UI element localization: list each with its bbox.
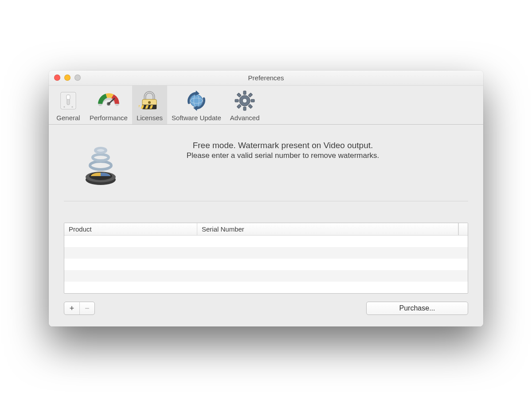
table-row[interactable] (64, 236, 468, 247)
column-product[interactable]: Product (64, 223, 197, 235)
switch-icon (56, 89, 81, 112)
svg-rect-3 (66, 95, 70, 99)
svg-rect-26 (237, 104, 241, 109)
tab-label: Performance (90, 114, 128, 122)
purchase-button[interactable]: Purchase... (366, 302, 468, 315)
table-row[interactable] (64, 247, 468, 259)
license-status: Free mode. Watermark present on Video ou… (64, 134, 468, 201)
tab-advanced[interactable]: Advanced (226, 86, 264, 124)
column-serial[interactable]: Serial Number (197, 223, 458, 235)
minimize-window-button[interactable] (64, 75, 70, 81)
tab-performance[interactable]: Performance (85, 86, 132, 124)
tab-software-update[interactable]: Software Update (167, 86, 226, 124)
svg-point-14 (148, 101, 151, 104)
svg-point-4 (63, 106, 65, 107)
tab-label: Software Update (172, 114, 221, 122)
window-title: Preferences (248, 74, 284, 82)
table-row[interactable] (64, 270, 468, 282)
table-header: Product Serial Number (64, 223, 468, 236)
svg-rect-23 (235, 99, 239, 102)
svg-rect-24 (251, 99, 254, 102)
svg-rect-22 (243, 107, 246, 110)
app-icon (76, 139, 125, 188)
svg-rect-10 (139, 105, 140, 109)
tab-label: General (56, 114, 80, 122)
tab-licenses[interactable]: Licenses (132, 86, 167, 124)
license-status-subtext: Please enter a valid serial number to re… (133, 151, 433, 160)
license-status-heading: Free mode. Watermark present on Video ou… (133, 141, 433, 150)
gauge-icon (96, 89, 121, 112)
svg-rect-21 (243, 91, 246, 94)
preferences-toolbar: General Performance (49, 86, 483, 125)
svg-point-29 (243, 98, 247, 103)
table-body (64, 236, 468, 293)
svg-rect-28 (248, 104, 253, 109)
window-controls (54, 75, 81, 81)
tab-label: Licenses (137, 114, 163, 122)
svg-rect-27 (237, 93, 241, 97)
svg-rect-9 (142, 105, 156, 109)
column-spacer (458, 223, 468, 235)
lock-icon (137, 89, 162, 112)
svg-point-36 (97, 149, 104, 152)
tab-general[interactable]: General (51, 86, 85, 124)
svg-point-33 (90, 161, 111, 169)
add-license-button[interactable]: + (64, 302, 79, 314)
table-row[interactable] (64, 259, 468, 270)
footer-controls: + − Purchase... (64, 302, 468, 315)
licenses-table[interactable]: Product Serial Number (64, 223, 468, 294)
titlebar: Preferences (49, 71, 483, 86)
preferences-window: Preferences General (49, 71, 483, 326)
svg-point-34 (93, 154, 109, 161)
close-window-button[interactable] (54, 75, 60, 81)
tab-label: Advanced (230, 114, 260, 122)
svg-point-5 (71, 106, 73, 107)
globe-refresh-icon (184, 89, 209, 112)
table-row[interactable] (64, 282, 468, 293)
gear-icon (232, 89, 257, 112)
remove-license-button[interactable]: − (79, 302, 94, 314)
divider (64, 201, 468, 201)
zoom-window-button[interactable] (74, 75, 81, 81)
add-remove-segment: + − (64, 302, 95, 315)
licenses-pane: Free mode. Watermark present on Video ou… (49, 125, 483, 326)
svg-point-15 (190, 94, 203, 107)
svg-rect-25 (248, 93, 253, 97)
